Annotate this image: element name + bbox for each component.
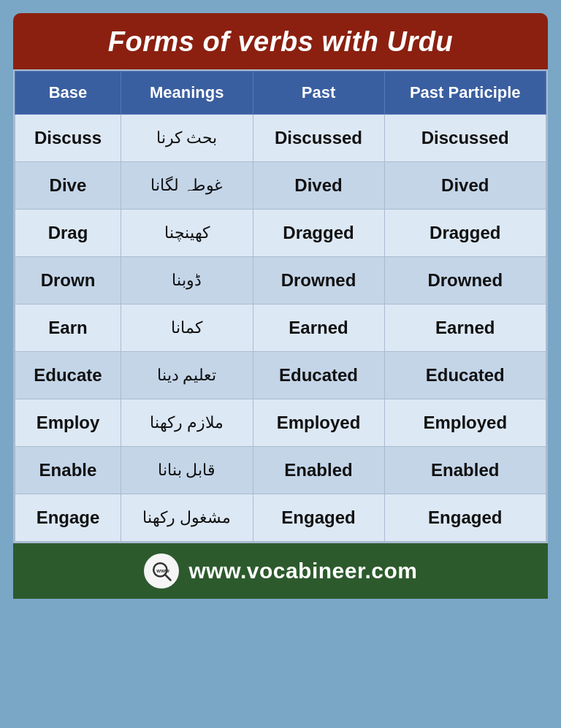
svg-line-1 <box>165 575 171 581</box>
www-search-icon: www <box>144 553 179 589</box>
cell-past_participle: Drowned <box>384 257 546 304</box>
table-row: DrownڈوبناDrownedDrowned <box>15 257 546 304</box>
cell-base: Drag <box>15 210 121 257</box>
cell-past: Dragged <box>253 210 384 257</box>
cell-past_participle: Employed <box>384 399 546 447</box>
cell-past: Drowned <box>253 257 384 304</box>
col-header-past: Past <box>253 72 384 115</box>
cell-base: Discuss <box>15 115 121 162</box>
title-bar: Forms of verbs with Urdu <box>13 13 548 69</box>
col-header-base: Base <box>15 72 121 115</box>
cell-base: Engage <box>15 494 121 542</box>
table-row: DragکھینچناDraggedDragged <box>15 210 546 257</box>
cell-meaning: کمانا <box>121 304 253 352</box>
cell-past: Educated <box>253 352 384 399</box>
cell-meaning: کھینچنا <box>121 210 253 257</box>
cell-past: Earned <box>253 304 384 352</box>
cell-past_participle: Educated <box>384 352 546 399</box>
verb-forms-table: Base Meanings Past Past Participle Discu… <box>15 71 546 542</box>
cell-past_participle: Engaged <box>384 494 546 542</box>
table-row: EarnکماناEarnedEarned <box>15 304 546 352</box>
cell-past_participle: Discussed <box>384 115 546 162</box>
svg-text:www: www <box>156 567 169 574</box>
cell-past_participle: Enabled <box>384 447 546 494</box>
cell-base: Earn <box>15 304 121 352</box>
page-title: Forms of verbs with Urdu <box>20 26 541 58</box>
cell-past_participle: Earned <box>384 304 546 352</box>
cell-meaning: مشغول رکھنا <box>121 494 253 542</box>
table-row: Educateتعلیم دیناEducatedEducated <box>15 352 546 399</box>
col-header-past-participle: Past Participle <box>384 72 546 115</box>
cell-meaning: ملازم رکھنا <box>121 399 253 447</box>
cell-past_participle: Dived <box>384 162 546 210</box>
cell-base: Drown <box>15 257 121 304</box>
cell-meaning: بحث کرنا <box>121 115 253 162</box>
cell-base: Employ <box>15 399 121 447</box>
table-row: Employملازم رکھناEmployedEmployed <box>15 399 546 447</box>
cell-base: Dive <box>15 162 121 210</box>
table-row: Engageمشغول رکھناEngagedEngaged <box>15 494 546 542</box>
bottom-background <box>0 599 561 612</box>
table-wrapper: Base Meanings Past Past Participle Discu… <box>13 69 548 543</box>
col-header-meanings: Meanings <box>121 72 253 115</box>
cell-past: Discussed <box>253 115 384 162</box>
footer-url: www.vocabineer.com <box>189 559 418 583</box>
cell-base: Enable <box>15 447 121 494</box>
cell-meaning: تعلیم دینا <box>121 352 253 399</box>
cell-past: Enabled <box>253 447 384 494</box>
table-row: Enableقابل بناناEnabledEnabled <box>15 447 546 494</box>
cell-meaning: ڈوبنا <box>121 257 253 304</box>
outer-wrapper: Forms of verbs with Urdu Base Meanings P… <box>0 0 561 543</box>
table-header-row: Base Meanings Past Past Participle <box>15 72 546 115</box>
cell-meaning: قابل بنانا <box>121 447 253 494</box>
table-row: Discussبحث کرناDiscussedDiscussed <box>15 115 546 162</box>
cell-base: Educate <box>15 352 121 399</box>
cell-past: Employed <box>253 399 384 447</box>
footer-bar: www www.vocabineer.com <box>13 543 548 599</box>
cell-meaning: غوطہ لگانا <box>121 162 253 210</box>
table-row: Diveغوطہ لگاناDivedDived <box>15 162 546 210</box>
cell-past_participle: Dragged <box>384 210 546 257</box>
cell-past: Dived <box>253 162 384 210</box>
cell-past: Engaged <box>253 494 384 542</box>
